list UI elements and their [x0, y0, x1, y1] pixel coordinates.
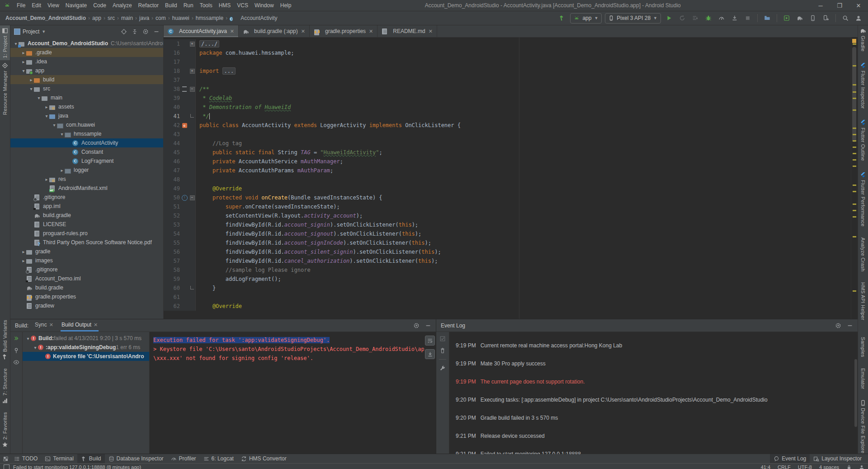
- sdk-manager-icon[interactable]: [821, 13, 831, 23]
- device-manager-icon[interactable]: [808, 13, 818, 23]
- strip-tab-7-structure[interactable]: 7: Structure: [2, 366, 8, 406]
- device-file-explorer-icon[interactable]: [762, 13, 772, 23]
- inspect-icon[interactable]: [13, 359, 19, 365]
- line-ending-indicator[interactable]: CRLF: [778, 464, 791, 469]
- tree-row[interactable]: LICENSE: [10, 220, 163, 229]
- mark-all-read-icon[interactable]: [439, 336, 446, 342]
- device-select[interactable]: Pixel 3 API 28 ▼: [605, 13, 661, 24]
- tab-close-icon[interactable]: ✕: [94, 319, 98, 331]
- strip-tab-emulator[interactable]: Emulator: [860, 366, 866, 391]
- profiler-icon[interactable]: [717, 13, 726, 23]
- sync-project-gradle-icon[interactable]: [795, 13, 805, 23]
- tree-row[interactable]: build.gradle: [10, 211, 163, 220]
- editor-tab[interactable]: gradle.properties✕: [310, 25, 377, 37]
- encoding-indicator[interactable]: UTF-8: [798, 464, 812, 469]
- run-icon[interactable]: [664, 13, 674, 23]
- fold-marker-minus[interactable]: −: [189, 85, 196, 94]
- status-toolwindow-icon[interactable]: [4, 464, 9, 469]
- collapse-all-icon[interactable]: [132, 28, 138, 35]
- apply-changes-icon[interactable]: [677, 13, 687, 23]
- collapsed-arrow-icon[interactable]: ▸: [21, 249, 26, 254]
- collapsed-arrow-icon[interactable]: ▸: [44, 177, 49, 182]
- strip-tab-hms-api-helper[interactable]: HMS API Helper: [860, 280, 866, 322]
- menu-hms[interactable]: HMS: [216, 0, 234, 11]
- lock-icon[interactable]: [846, 464, 852, 469]
- hide-panel-icon[interactable]: [847, 322, 853, 329]
- menu-help[interactable]: Help: [277, 0, 295, 11]
- tree-row[interactable]: CLogFragment: [10, 156, 163, 166]
- event-log-settings-wrench-icon[interactable]: [439, 365, 446, 371]
- collapsed-arrow-icon[interactable]: ▸: [21, 258, 26, 263]
- editor-tab[interactable]: build.gradle (:app)✕: [239, 25, 310, 37]
- folded-region[interactable]: /.../: [199, 40, 219, 47]
- strip-tab-gradle[interactable]: Gradle: [860, 25, 866, 54]
- collapsed-arrow-icon[interactable]: ▸: [21, 50, 26, 55]
- tree-row[interactable]: ▸build: [10, 75, 163, 84]
- tree-row[interactable]: CAccountActivity: [10, 138, 163, 147]
- strip-tab-2-favorites[interactable]: 2: Favorites: [2, 410, 8, 450]
- menu-file[interactable]: File: [14, 0, 28, 11]
- tree-row[interactable]: ▾java: [10, 111, 163, 120]
- toolwindow-button-profiler[interactable]: Profiler: [167, 454, 200, 463]
- expanded-arrow-icon[interactable]: ▾: [52, 123, 57, 128]
- hide-panel-icon[interactable]: [425, 322, 431, 329]
- menu-tools[interactable]: Tools: [197, 0, 216, 11]
- breadcrumb-item[interactable]: java: [138, 15, 150, 21]
- expanded-arrow-icon[interactable]: ▾: [59, 132, 65, 137]
- expanded-arrow-icon[interactable]: ▾: [33, 345, 38, 350]
- tree-row[interactable]: gradlew: [10, 301, 163, 310]
- run-anything-icon[interactable]: [782, 13, 792, 23]
- menu-refactor[interactable]: Refactor: [135, 0, 162, 11]
- run-configuration-select[interactable]: app ▼: [570, 13, 602, 24]
- collapsed-arrow-icon[interactable]: ▸: [28, 77, 34, 82]
- tab-close-icon[interactable]: ✕: [230, 28, 234, 34]
- toolwindow-button-hms-convertor[interactable]: HMS Convertor: [237, 454, 290, 463]
- tree-row[interactable]: ▾hmssample: [10, 129, 163, 138]
- breadcrumb-item[interactable]: src: [107, 15, 116, 21]
- tree-row[interactable]: ▸logger: [10, 166, 163, 175]
- scroll-to-end-icon[interactable]: [425, 349, 435, 359]
- build-console[interactable]: Execution failed for task ':app:validate…: [149, 332, 424, 454]
- strip-tab-flutter-inspector[interactable]: Flutter Inspector: [860, 60, 866, 111]
- tree-row[interactable]: ▾src: [10, 84, 163, 93]
- tree-row[interactable]: app.iml: [10, 202, 163, 211]
- folded-region[interactable]: ...: [222, 67, 236, 75]
- toolwindow-button-6-logcat[interactable]: 6: Logcat: [200, 454, 237, 463]
- breadcrumb-item[interactable]: Account_Demo_AndroidStudio: [5, 15, 87, 21]
- strip-tab-samples[interactable]: Samples: [860, 335, 866, 360]
- menu-code[interactable]: Code: [90, 0, 109, 11]
- menu-run[interactable]: Run: [180, 0, 197, 11]
- close-button[interactable]: ✕: [849, 0, 868, 11]
- tree-row[interactable]: gradle.properties: [10, 292, 163, 301]
- tree-row[interactable]: proguard-rules.pro: [10, 229, 163, 238]
- settings-gear-icon[interactable]: [835, 322, 841, 329]
- menu-vcs[interactable]: VCS: [234, 0, 251, 11]
- expanded-arrow-icon[interactable]: ▾: [36, 95, 42, 100]
- event-log-scrollbar[interactable]: [854, 359, 857, 427]
- debug-icon[interactable]: [703, 13, 713, 23]
- tree-row[interactable]: AndroidManifest.xml: [10, 184, 163, 193]
- rerun-build-icon[interactable]: [13, 336, 19, 342]
- menu-edit[interactable]: Edit: [28, 0, 44, 11]
- tree-row[interactable]: ▸.gradle: [10, 48, 163, 57]
- indent-indicator[interactable]: 4 spaces: [819, 464, 839, 469]
- strip-tab-1-project[interactable]: 1: Project: [0, 25, 10, 60]
- menu-build[interactable]: Build: [162, 0, 180, 11]
- tree-row[interactable]: .gitignore: [10, 193, 163, 202]
- tree-row[interactable]: Third Party Open Source Software Notice.…: [10, 238, 163, 247]
- strip-tab-analyze-crash[interactable]: Analyze Crash: [860, 235, 866, 274]
- code-editor[interactable]: 1+/.../16package com.huawei.hmssample;17…: [164, 38, 858, 319]
- tree-row[interactable]: ▸gradle: [10, 247, 163, 256]
- tab-close-icon[interactable]: ✕: [49, 319, 53, 331]
- strip-tab-flutter-performance[interactable]: Flutter Performance: [860, 170, 866, 229]
- breadcrumb-item[interactable]: hmssample: [195, 15, 224, 21]
- minimize-button[interactable]: ─: [811, 0, 830, 11]
- status-message[interactable]: Failed to start monitoring 127.0.0.1:188…: [13, 464, 141, 469]
- breadcrumb-item[interactable]: huawei: [171, 15, 190, 21]
- strip-tab-flutter-outline[interactable]: Flutter Outline: [860, 117, 866, 163]
- editor-area[interactable]: CAccountActivity.java✕build.gradle (:app…: [164, 25, 858, 319]
- menu-navigate[interactable]: Navigate: [62, 0, 90, 11]
- soft-wrap-icon[interactable]: [425, 336, 435, 346]
- tree-row[interactable]: build.gradle: [10, 283, 163, 292]
- profile-avatar-icon[interactable]: [854, 13, 863, 23]
